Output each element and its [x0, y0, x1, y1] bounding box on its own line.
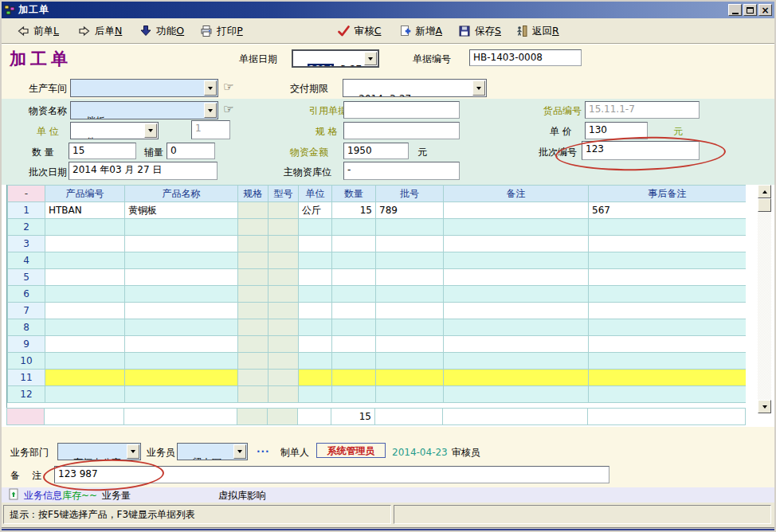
row-number-cell[interactable]: 12: [8, 386, 45, 403]
toolbar-button-save[interactable]: 保存S: [456, 23, 504, 40]
table-cell[interactable]: HTBAN: [45, 202, 125, 219]
row-number-cell[interactable]: 8: [8, 319, 45, 336]
table-cell[interactable]: [268, 336, 299, 353]
table-cell[interactable]: [125, 219, 238, 236]
table-cell[interactable]: [125, 236, 238, 252]
table-cell[interactable]: 567: [589, 202, 747, 219]
table-cell[interactable]: [589, 219, 747, 236]
material-picker-hand-icon[interactable]: ☞: [223, 103, 233, 115]
table-cell[interactable]: [589, 353, 747, 370]
table-cell[interactable]: [332, 319, 376, 336]
table-cell[interactable]: [268, 353, 299, 370]
table-cell[interactable]: [45, 353, 125, 370]
toolbar-button-audit-check[interactable]: 审核C: [335, 23, 384, 40]
table-cell[interactable]: [444, 336, 589, 353]
table-cell[interactable]: [589, 319, 747, 336]
table-cell[interactable]: 15: [332, 202, 376, 219]
material-combo[interactable]: 挡板: [70, 101, 218, 119]
table-cell[interactable]: [238, 202, 268, 219]
table-cell[interactable]: [589, 386, 747, 403]
table-cell[interactable]: [332, 236, 376, 252]
scroll-down-button[interactable]: [758, 400, 771, 413]
table-cell[interactable]: [589, 286, 747, 303]
table-cell[interactable]: [332, 386, 376, 403]
dept-combo[interactable]: 车间办公室: [57, 443, 141, 460]
clerk-dropdown-button[interactable]: [233, 444, 246, 459]
toolbar-button-print[interactable]: 打印P: [198, 23, 245, 40]
table-cell[interactable]: [238, 336, 268, 353]
table-cell[interactable]: [268, 269, 299, 286]
table-cell[interactable]: [299, 252, 332, 269]
table-cell[interactable]: [238, 219, 268, 236]
table-cell[interactable]: [444, 219, 589, 236]
row-number-cell[interactable]: 3: [8, 236, 45, 252]
qty-field[interactable]: 15: [69, 143, 136, 159]
table-cell[interactable]: [238, 286, 268, 303]
table-cell[interactable]: [125, 336, 238, 353]
table-cell[interactable]: [589, 252, 747, 269]
table-cell[interactable]: [45, 303, 125, 319]
row-number-cell[interactable]: 4: [8, 252, 45, 269]
unit-combo[interactable]: 件: [70, 122, 159, 139]
table-cell[interactable]: [332, 303, 376, 319]
table-cell[interactable]: 公斤: [299, 202, 332, 219]
material-dropdown-button[interactable]: [204, 103, 217, 118]
table-cell[interactable]: [376, 236, 444, 252]
unit-factor-field[interactable]: 1: [191, 120, 230, 139]
toolbar-button-add-doc[interactable]: 新增A: [396, 23, 445, 40]
row-number-cell[interactable]: 6: [8, 286, 45, 303]
table-cell[interactable]: [45, 319, 125, 336]
unit-dropdown-button[interactable]: [144, 123, 157, 138]
table-cell[interactable]: [589, 269, 747, 286]
toolbar-button-functions[interactable]: 功能O: [137, 23, 186, 40]
table-cell[interactable]: [268, 319, 299, 336]
table-cell[interactable]: [589, 303, 747, 319]
more-button[interactable]: ...: [257, 444, 270, 455]
table-cell[interactable]: [268, 236, 299, 252]
table-cell[interactable]: [238, 386, 268, 403]
table-cell[interactable]: [444, 252, 589, 269]
table-cell[interactable]: [444, 303, 589, 319]
table-cell[interactable]: [332, 286, 376, 303]
table-cell[interactable]: [125, 303, 238, 319]
table-cell[interactable]: [45, 269, 125, 286]
ref-doc-field[interactable]: [343, 101, 460, 119]
table-cell[interactable]: [45, 219, 125, 236]
table-cell[interactable]: [45, 370, 125, 386]
table-cell[interactable]: [332, 336, 376, 353]
toolbar-button-exit[interactable]: 返回R: [513, 23, 562, 40]
table-cell[interactable]: [299, 219, 332, 236]
table-cell[interactable]: [444, 353, 589, 370]
table-cell[interactable]: [125, 319, 238, 336]
table-cell[interactable]: [238, 370, 268, 386]
table-cell[interactable]: [268, 202, 299, 219]
maximize-button[interactable]: [743, 4, 757, 16]
row-number-cell[interactable]: 7: [8, 303, 45, 319]
doc-date-combo[interactable]: 2014- 3-27: [292, 49, 379, 68]
table-cell[interactable]: [45, 252, 125, 269]
table-cell[interactable]: [125, 252, 238, 269]
table-cell[interactable]: [238, 236, 268, 252]
row-number-cell[interactable]: 11: [8, 370, 45, 386]
row-number-cell[interactable]: 2: [8, 219, 45, 236]
business-info-label[interactable]: 业务信息: [24, 490, 62, 501]
table-cell[interactable]: [45, 336, 125, 353]
table-cell[interactable]: [332, 353, 376, 370]
table-cell[interactable]: [589, 236, 747, 252]
row-number-cell[interactable]: 9: [8, 336, 45, 353]
scroll-up-button[interactable]: [758, 185, 771, 198]
close-button[interactable]: ×: [758, 4, 772, 16]
deadline-dropdown-button[interactable]: [472, 80, 485, 96]
table-cell[interactable]: [268, 286, 299, 303]
table-cell[interactable]: [238, 269, 268, 286]
table-cell[interactable]: [444, 286, 589, 303]
workshop-combo[interactable]: [70, 79, 218, 97]
table-cell[interactable]: [238, 252, 268, 269]
table-cell[interactable]: [299, 319, 332, 336]
table-cell[interactable]: [376, 269, 444, 286]
aux-qty-field[interactable]: 0: [167, 143, 215, 159]
note-field[interactable]: 123 987: [54, 466, 609, 483]
table-cell[interactable]: [45, 236, 125, 252]
table-cell[interactable]: [332, 219, 376, 236]
table-cell[interactable]: [589, 370, 747, 386]
